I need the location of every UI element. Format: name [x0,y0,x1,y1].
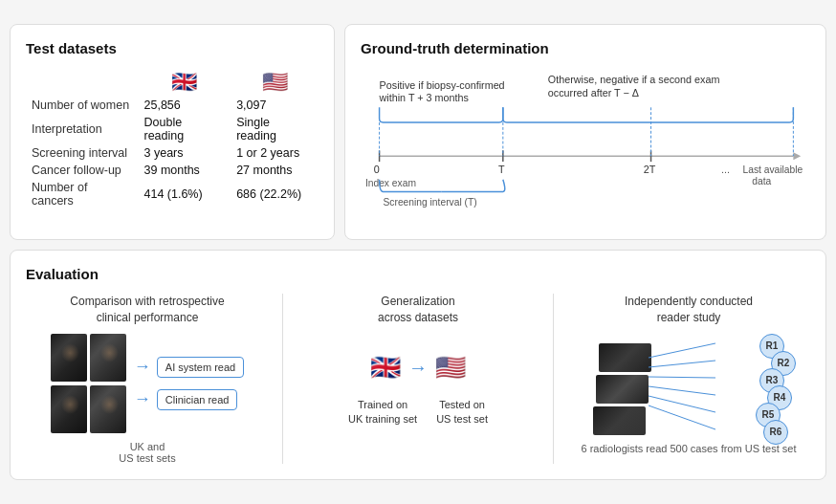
reader-circle-r6: R6 [763,420,788,445]
table-row: Number of cancers 414 (1.6%) 686 (22.2%) [26,179,319,209]
us-value: 27 months [231,162,319,179]
svg-line-23 [649,377,715,378]
gen-labels-row: Trained onUK training set Tested onUS te… [348,398,488,427]
svg-text:within T + 3 months: within T + 3 months [379,93,469,104]
ai-box: AI system read [157,357,244,378]
row-label: Screening interval [26,144,139,162]
svg-text:T: T [498,164,505,175]
comparison-section: Comparison with retrospectiveclinical pe… [26,294,269,464]
svg-text:Otherwise, negative if a secon: Otherwise, negative if a second exam [548,74,720,85]
evaluation-card: Evaluation Comparison with retrospective… [10,250,826,480]
clinician-flow: → Clinician read [134,389,238,410]
gen-flags: 🇬🇧 → 🇺🇸 [370,353,466,383]
row-label: Number of cancers [26,179,139,209]
uk-us-label: UK andUS test sets [119,441,175,464]
us-value: Single reading [231,114,319,144]
arrow-to-clinician: → [134,389,151,409]
tested-label: Tested onUS test set [436,398,488,427]
svg-text:data: data [752,176,771,186]
svg-text:Last available: Last available [743,164,803,175]
mammo-img-2 [90,334,126,382]
svg-text:2T: 2T [644,164,656,175]
svg-text:Screening interval (T): Screening interval (T) [384,197,477,208]
uk-value: 39 months [139,162,231,179]
comparison-title: Comparison with retrospectiveclinical pe… [70,294,224,326]
bottom-row: Evaluation Comparison with retrospective… [10,250,826,480]
uk-value: Double reading [139,114,231,144]
us-value: 686 (22.2%) [231,179,319,209]
row-label: Number of women [26,97,139,114]
svg-text:...: ... [721,164,730,175]
datasets-table: 🇬🇧 🇺🇸 Number of women 25,856 3,097 Inter… [26,68,319,209]
top-row: Test datasets 🇬🇧 🇺🇸 Number of women 25,8… [10,24,826,240]
svg-text:0: 0 [374,164,380,175]
evaluation-title: Evaluation [26,266,810,282]
reader-lines-svg [593,334,784,439]
test-datasets-title: Test datasets [26,40,319,56]
reader-description: 6 radiologists read 500 cases from US te… [582,443,797,454]
gen-uk-flag: 🇬🇧 [370,353,401,383]
ai-flow: → AI system read [134,357,244,378]
row-label: Interpretation [26,114,139,144]
table-row: Number of women 25,856 3,097 [26,97,319,114]
clinician-box: Clinician read [157,389,238,410]
comparison-diagram: → AI system read → Clinician read [51,334,244,433]
ground-truth-title: Ground-truth determination [361,40,810,56]
svg-line-24 [649,386,715,395]
mammo-images [51,334,126,433]
svg-marker-5 [793,153,801,161]
eval-content: Comparison with retrospectiveclinical pe… [26,294,810,464]
uk-value: 25,856 [139,97,231,114]
flow-column: → AI system read → Clinician read [134,357,244,410]
test-datasets-card: Test datasets 🇬🇧 🇺🇸 Number of women 25,8… [10,24,335,240]
table-row: Screening interval 3 years 1 or 2 years [26,144,319,162]
divider-1 [282,294,283,464]
svg-text:Index exam: Index exam [365,178,416,188]
uk-value: 414 (1.6%) [139,179,231,209]
ground-truth-card: Ground-truth determination Positive if b… [344,24,826,240]
us-value: 1 or 2 years [231,144,319,162]
divider-2 [553,294,554,464]
svg-line-25 [649,396,715,412]
gen-us-flag: 🇺🇸 [435,353,466,383]
arrow-to-ai: → [134,357,151,377]
mammo-img-3 [51,385,87,433]
row-label: Cancer follow-up [26,162,139,179]
reader-title: Independently conductedreader study [625,294,753,326]
main-container: Test datasets 🇬🇧 🇺🇸 Number of women 25,8… [0,14,836,490]
table-row: Cancer follow-up 39 months 27 months [26,162,319,179]
us-value: 3,097 [231,97,319,114]
trained-label: Trained onUK training set [348,398,417,427]
gen-arrow: → [408,357,428,379]
uk-flag: 🇬🇧 [171,70,197,94]
timeline-diagram: Positive if biopsy-confirmed within T + … [361,68,810,221]
generalization-section: Generalizationacross datasets 🇬🇧 → 🇺🇸 Tr… [297,294,539,427]
uk-value: 3 years [139,144,231,162]
us-flag: 🇺🇸 [262,70,288,94]
table-row: Interpretation Double reading Single rea… [26,114,319,144]
svg-line-21 [649,343,715,358]
svg-text:occurred after T − Δ: occurred after T − Δ [548,87,639,99]
reader-diagram: R1R2R3R4R5R6 [593,334,784,439]
mammo-img-4 [90,385,126,433]
generalization-title: Generalizationacross datasets [378,294,458,326]
mammo-img-1 [51,334,87,382]
svg-line-26 [649,405,715,429]
svg-line-22 [649,361,715,367]
svg-text:Positive if biopsy-confirmed: Positive if biopsy-confirmed [380,79,505,91]
reader-section: Independently conductedreader study [567,294,810,454]
gen-diagram: 🇬🇧 → 🇺🇸 Trained onUK training set Tested… [348,334,488,427]
